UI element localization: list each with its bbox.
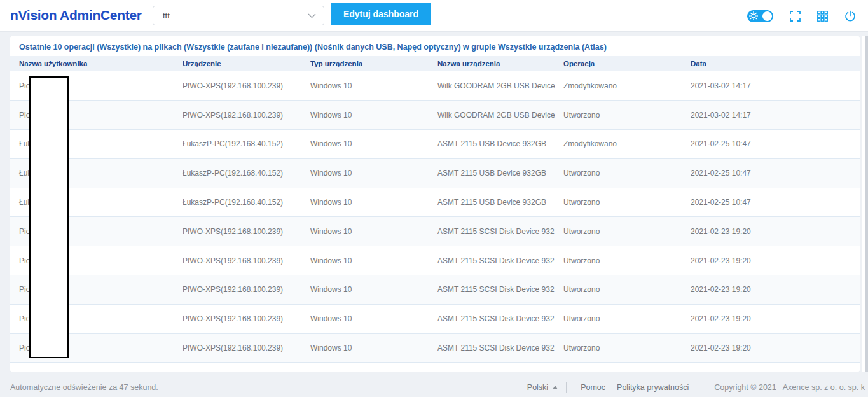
privacy-link[interactable]: Polityka prywatności (617, 383, 689, 392)
cell-device_name: ASMT 2115 SCSI Disk Device 932GB (429, 333, 555, 363)
footer-divider (566, 382, 567, 393)
table-row[interactable]: ŁukaŁukaszP-PC(192.168.40.152)Windows 10… (10, 158, 860, 188)
power-icon[interactable] (844, 10, 856, 22)
cell-os: Windows 10 (301, 275, 429, 305)
table-row[interactable]: PiotPIWO-XPS(192.168.100.239)Windows 10W… (10, 101, 860, 130)
fullscreen-icon[interactable] (790, 11, 801, 22)
table-row[interactable]: PiotPIWO-XPS(192.168.100.239)Windows 10A… (10, 246, 860, 275)
scrollbar-track[interactable] (862, 36, 868, 372)
chevron-down-icon (308, 13, 316, 18)
apps-grid-icon[interactable] (817, 11, 828, 22)
cell-date: 2021-02-23 19:20 (682, 246, 860, 275)
cell-operation: Zmodyfikowano (555, 130, 682, 159)
cell-date: 2021-03-02 14:17 (682, 101, 860, 130)
cell-operation: Utworzono (555, 246, 682, 275)
cell-device: ŁukaszP-PC(192.168.40.152) (174, 130, 301, 159)
cell-operation: Utworzono (555, 158, 682, 188)
table-row[interactable]: PiotPIWO-XPS(192.168.100.239)Windows 10A… (10, 333, 860, 363)
table-row[interactable]: ŁukaŁukaszP-PC(192.168.40.152)Windows 10… (10, 130, 860, 159)
table-row[interactable]: ŁukaŁukaszP-PC(192.168.40.152)Windows 10… (10, 188, 860, 217)
cell-date: 2021-02-25 10:47 (682, 130, 860, 159)
table-row[interactable]: PiotPIWO-XPS(192.168.100.239)Windows 10W… (10, 71, 860, 101)
auto-refresh-text: Automatyczne odświeżenie za 47 sekund. (10, 383, 158, 392)
cell-date: 2021-02-25 10:47 (682, 188, 860, 217)
cell-date: 2021-02-23 19:20 (682, 333, 860, 363)
widget-title: Ostatnie 10 operacji (Wszystkie) na plik… (10, 36, 860, 56)
cell-device_name: Wilk GOODRAM 2GB USB Device 2GB (429, 101, 555, 130)
column-header: Nazwa użytkownika (10, 56, 174, 71)
cell-device: PIWO-XPS(192.168.100.239) (174, 275, 301, 305)
copyright-text: Copyright © 2021 (714, 383, 776, 392)
cell-device_name: ASMT 2115 USB Device 932GB (429, 188, 555, 217)
cell-date: 2021-02-23 19:20 (682, 304, 860, 333)
sun-icon (749, 11, 758, 20)
operations-widget: Ostatnie 10 operacji (Wszystkie) na plik… (10, 36, 860, 372)
cell-device: PIWO-XPS(192.168.100.239) (174, 304, 301, 333)
footer-links: Polski Pomoc Polityka prywatności Copyri… (527, 382, 865, 393)
cell-date: 2021-03-02 14:17 (682, 71, 860, 101)
table-row[interactable]: PiotPIWO-XPS(192.168.100.239)Windows 10A… (10, 304, 860, 333)
company-text: Axence sp. z o. o. sp. k (783, 383, 865, 392)
dashboard-select-value: ttt (163, 11, 170, 20)
cell-operation: Utworzono (555, 188, 682, 217)
cell-os: Windows 10 (301, 217, 429, 246)
column-header: Operacja (555, 56, 682, 71)
scrollbar-thumb[interactable] (865, 36, 868, 372)
cell-date: 2021-02-23 19:20 (682, 275, 860, 305)
cell-device: PIWO-XPS(192.168.100.239) (174, 101, 301, 130)
column-header: Nazwa urządzenia (429, 56, 555, 71)
cell-os: Windows 10 (301, 246, 429, 275)
cell-device: PIWO-XPS(192.168.100.239) (174, 246, 301, 275)
footer-divider (703, 382, 703, 393)
cell-device_name: ASMT 2115 USB Device 932GB (429, 158, 555, 188)
cell-os: Windows 10 (301, 71, 429, 101)
column-header: Typ urządzenia (301, 56, 429, 71)
cell-operation: Utworzono (555, 333, 682, 363)
column-header: Data (682, 56, 860, 71)
table-header: Nazwa użytkownikaUrządzenieTyp urządzeni… (10, 56, 860, 71)
cell-operation: Zmodyfikowano (555, 71, 682, 101)
cell-device_name: ASMT 2115 SCSI Disk Device 932GB (429, 275, 555, 305)
caret-up-icon (553, 386, 558, 389)
cell-os: Windows 10 (301, 158, 429, 188)
cell-operation: Utworzono (555, 101, 682, 130)
cell-device_name: ASMT 2115 SCSI Disk Device 932GB (429, 304, 555, 333)
cell-date: 2021-02-25 10:47 (682, 158, 860, 188)
top-bar: nVision AdminCenter ttt Edytuj dashboard (0, 0, 868, 32)
cell-device: PIWO-XPS(192.168.100.239) (174, 71, 301, 101)
theme-toggle[interactable] (747, 10, 773, 22)
operations-table: Nazwa użytkownikaUrządzenieTyp urządzeni… (10, 56, 860, 363)
cell-device_name: ASMT 2115 SCSI Disk Device 932GB (429, 217, 555, 246)
edit-dashboard-button[interactable]: Edytuj dashboard (331, 3, 431, 25)
help-link[interactable]: Pomoc (581, 383, 605, 392)
dashboard-select[interactable]: ttt (153, 6, 324, 25)
app-logo: nVision AdminCenter (10, 8, 142, 23)
cell-os: Windows 10 (301, 188, 429, 217)
table-body: PiotPIWO-XPS(192.168.100.239)Windows 10W… (10, 71, 860, 363)
cell-device_name: Wilk GOODRAM 2GB USB Device 2GB (429, 71, 555, 101)
cell-device_name: ASMT 2115 SCSI Disk Device 932GB (429, 246, 555, 275)
language-selector[interactable]: Polski (527, 383, 558, 392)
cell-os: Windows 10 (301, 304, 429, 333)
cell-os: Windows 10 (301, 101, 429, 130)
cell-os: Windows 10 (301, 333, 429, 363)
cell-device_name: ASMT 2115 USB Device 932GB (429, 130, 555, 159)
cell-device: PIWO-XPS(192.168.100.239) (174, 333, 301, 363)
table-row[interactable]: PiotPIWO-XPS(192.168.100.239)Windows 10A… (10, 275, 860, 305)
cell-device: ŁukaszP-PC(192.168.40.152) (174, 158, 301, 188)
column-header: Urządzenie (174, 56, 301, 71)
cell-device: PIWO-XPS(192.168.100.239) (174, 217, 301, 246)
language-label: Polski (527, 383, 548, 392)
footer: Automatyczne odświeżenie za 47 sekund. P… (0, 377, 868, 397)
table-header-row: Nazwa użytkownikaUrządzenieTyp urządzeni… (10, 56, 860, 71)
cell-operation: Utworzono (555, 275, 682, 305)
redaction-overlay (29, 76, 69, 358)
cell-date: 2021-02-23 19:20 (682, 217, 860, 246)
cell-os: Windows 10 (301, 130, 429, 159)
topbar-icons (747, 0, 856, 32)
toggle-knob (762, 11, 772, 21)
cell-device: ŁukaszP-PC(192.168.40.152) (174, 188, 301, 217)
cell-operation: Utworzono (555, 217, 682, 246)
cell-operation: Utworzono (555, 304, 682, 333)
table-row[interactable]: PiotPIWO-XPS(192.168.100.239)Windows 10A… (10, 217, 860, 246)
